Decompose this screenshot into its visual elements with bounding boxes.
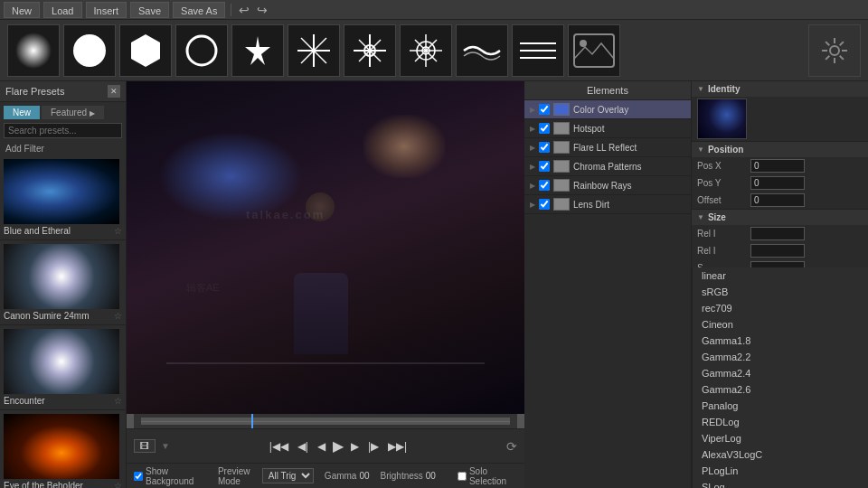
element-color-swatch[interactable]	[553, 179, 570, 192]
colorspace-item[interactable]: Panalog	[693, 398, 868, 414]
solo-selection-check[interactable]: Solo Selection	[458, 466, 517, 486]
save-button[interactable]: Save	[130, 2, 169, 18]
preset-star-button[interactable]: ☆	[114, 311, 122, 321]
brush-item-0[interactable]	[7, 24, 60, 77]
skip-start-button[interactable]: |◀◀	[268, 440, 290, 453]
colorspace-item[interactable]: Gamma2.6	[693, 381, 868, 398]
brush-item-3[interactable]	[175, 24, 228, 77]
solo-selection-checkbox[interactable]	[458, 472, 467, 481]
colorspace-item[interactable]: SLog	[693, 479, 868, 488]
new-button[interactable]: New	[4, 2, 40, 18]
svg-line-16	[415, 40, 437, 61]
brush-item-8[interactable]	[456, 24, 508, 77]
preset-star-button[interactable]: ☆	[114, 396, 122, 406]
element-row[interactable]: ▶ Lens Dirt	[524, 195, 691, 214]
preset-name-row: Eye of the Beholder ☆	[4, 479, 122, 488]
s-input[interactable]	[750, 261, 805, 267]
element-row[interactable]: ▶ Rainbow Rays	[524, 176, 691, 195]
element-checkbox[interactable]	[539, 142, 550, 153]
svg-marker-4	[245, 36, 270, 65]
load-button[interactable]: Load	[43, 2, 81, 18]
timeline-track[interactable]	[141, 418, 510, 425]
brush-item-2[interactable]	[119, 24, 172, 77]
pos-x-input[interactable]	[750, 159, 805, 173]
insert-button[interactable]: Insert	[86, 2, 127, 18]
skip-end-button[interactable]: ▶▶|	[386, 440, 409, 453]
frame-display[interactable]: 🎞	[134, 439, 156, 453]
element-checkbox[interactable]	[539, 161, 550, 172]
preset-name-label: Blue and Etheral	[4, 226, 71, 236]
size-header[interactable]: ▼ Size	[692, 210, 868, 225]
brush-item-10[interactable]	[568, 24, 620, 77]
position-header[interactable]: ▼ Position	[692, 142, 868, 157]
identity-header[interactable]: ▼ Identity	[692, 81, 868, 97]
colorspace-item[interactable]: sRGB	[693, 284, 868, 300]
gamma-control: Gamma 00	[325, 471, 370, 481]
show-background-checkbox[interactable]	[134, 472, 143, 481]
timeline-left-marker[interactable]	[127, 414, 134, 428]
colorspace-item[interactable]: REDLog	[693, 414, 868, 430]
preset-item[interactable]: Eye of the Beholder ☆	[0, 410, 126, 488]
element-color-swatch[interactable]	[553, 122, 570, 135]
undo-button[interactable]: ↩	[237, 3, 251, 17]
tab-new[interactable]: New	[4, 106, 40, 119]
preset-star-button[interactable]: ☆	[114, 481, 122, 488]
element-row[interactable]: ▶ Hotspot	[524, 119, 691, 138]
preset-item[interactable]: Canon Sumire 24mm ☆	[0, 240, 126, 325]
element-row[interactable]: ▶ Chroma Patterns	[524, 157, 691, 176]
element-checkbox[interactable]	[539, 104, 550, 115]
play-button[interactable]: ▶	[333, 437, 344, 455]
colorspace-item[interactable]: AlexaV3LogC	[693, 446, 868, 463]
colorspace-item[interactable]: Gamma2.2	[693, 349, 868, 365]
timeline-right-marker[interactable]	[517, 414, 524, 428]
element-row[interactable]: ▶ Color Overlay	[524, 100, 691, 119]
next-keyframe-button[interactable]: |▶	[366, 440, 381, 453]
prev-keyframe-button[interactable]: ◀|	[296, 440, 310, 453]
element-color-swatch[interactable]	[553, 141, 570, 154]
loop-button[interactable]: ⟳	[506, 439, 517, 454]
element-checkbox[interactable]	[539, 180, 550, 191]
save-as-button[interactable]: Save As	[173, 2, 225, 18]
brush-item-4[interactable]	[231, 24, 284, 77]
rel2-input[interactable]	[750, 244, 805, 258]
offset-input[interactable]	[750, 193, 805, 207]
tab-featured[interactable]: Featured ▶	[42, 106, 104, 119]
redo-button[interactable]: ↪	[255, 3, 269, 17]
brush-item-5[interactable]	[288, 24, 340, 77]
element-color-swatch[interactable]	[553, 160, 570, 173]
show-background-check[interactable]: Show Background	[134, 466, 207, 486]
brush-item-1[interactable]	[63, 24, 116, 77]
element-checkbox[interactable]	[539, 123, 550, 134]
prev-frame-button[interactable]: ◀	[316, 440, 327, 453]
element-color-swatch[interactable]	[553, 198, 570, 211]
element-color-swatch[interactable]	[553, 103, 570, 116]
colorspace-item[interactable]: PLogLin	[693, 463, 868, 479]
colorspace-item[interactable]: linear	[693, 267, 868, 284]
rel1-input[interactable]	[750, 227, 805, 240]
pos-y-input[interactable]	[750, 176, 805, 190]
search-presets-input[interactable]	[4, 123, 122, 138]
preset-item[interactable]: Encounter ☆	[0, 325, 126, 410]
preset-item[interactable]: Blue and Etheral ☆	[0, 155, 126, 240]
rel2-row: Rel I	[692, 242, 868, 259]
element-checkbox[interactable]	[539, 199, 550, 210]
colorspace-item[interactable]: rec709	[693, 300, 868, 316]
svg-marker-2	[131, 34, 160, 67]
settings-button[interactable]	[808, 24, 861, 77]
colorspace-item[interactable]: Cineon	[693, 316, 868, 333]
colorspace-item[interactable]: Gamma2.4	[693, 365, 868, 381]
add-filter-button[interactable]: Add Filter	[0, 142, 126, 155]
preview-mode-select[interactable]: All Trig	[262, 468, 314, 483]
colorspace-item[interactable]: Gamma1.8	[693, 333, 868, 349]
timeline-bar[interactable]	[127, 414, 524, 428]
brush-item-9[interactable]	[512, 24, 564, 77]
colorspace-item[interactable]: ViperLog	[693, 430, 868, 446]
close-flare-presets-button[interactable]: ✕	[108, 85, 120, 98]
brush-item-7[interactable]	[400, 24, 452, 77]
element-row[interactable]: ▶ Flare LL Reflect	[524, 138, 691, 157]
brush-item-6[interactable]	[344, 24, 396, 77]
elements-header: Elements	[524, 81, 691, 100]
next-frame-button[interactable]: ▶	[349, 440, 361, 453]
element-expand-icon: ▶	[530, 144, 535, 152]
preset-star-button[interactable]: ☆	[114, 226, 122, 236]
